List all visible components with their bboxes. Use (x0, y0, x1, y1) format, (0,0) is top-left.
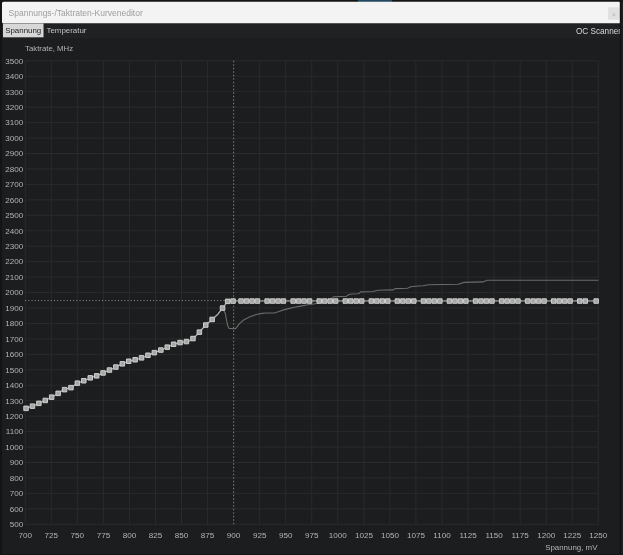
svg-text:975: 975 (305, 531, 319, 540)
svg-text:2000: 2000 (5, 288, 24, 297)
svg-text:1000: 1000 (5, 443, 24, 452)
svg-text:1250: 1250 (589, 531, 608, 540)
svg-text:1025: 1025 (355, 531, 374, 540)
svg-text:3100: 3100 (5, 118, 24, 127)
svg-text:500: 500 (10, 520, 24, 529)
svg-text:1800: 1800 (5, 319, 24, 328)
svg-text:3400: 3400 (5, 72, 24, 81)
svg-text:3000: 3000 (5, 134, 24, 143)
svg-text:×: × (611, 10, 616, 19)
svg-text:725: 725 (44, 531, 58, 540)
svg-text:1075: 1075 (407, 531, 426, 540)
svg-text:1500: 1500 (5, 366, 24, 375)
svg-text:2100: 2100 (5, 273, 24, 282)
svg-text:600: 600 (10, 505, 24, 514)
svg-text:1050: 1050 (381, 531, 400, 540)
svg-text:775: 775 (97, 531, 111, 540)
svg-text:925: 925 (253, 531, 267, 540)
svg-text:Spannung, mV: Spannung, mV (545, 543, 598, 552)
svg-text:OC Scanner: OC Scanner (576, 27, 621, 36)
svg-text:2600: 2600 (5, 196, 24, 205)
svg-text:800: 800 (10, 474, 24, 483)
svg-text:750: 750 (71, 531, 85, 540)
svg-text:1225: 1225 (563, 531, 582, 540)
svg-text:1150: 1150 (485, 531, 503, 540)
svg-text:1000: 1000 (329, 531, 348, 540)
svg-text:2500: 2500 (5, 211, 24, 220)
svg-text:1400: 1400 (5, 381, 24, 390)
svg-text:1700: 1700 (5, 335, 24, 344)
svg-text:900: 900 (227, 531, 241, 540)
svg-text:2200: 2200 (5, 257, 24, 266)
svg-text:1900: 1900 (5, 304, 24, 313)
svg-text:1200: 1200 (537, 531, 556, 540)
svg-text:825: 825 (149, 531, 163, 540)
svg-text:700: 700 (18, 531, 32, 540)
svg-text:2800: 2800 (5, 165, 24, 174)
svg-text:1100: 1100 (433, 531, 451, 540)
svg-text:Temperatur: Temperatur (47, 26, 87, 35)
svg-text:850: 850 (175, 531, 189, 540)
svg-text:3500: 3500 (5, 57, 24, 66)
svg-text:875: 875 (201, 531, 215, 540)
svg-text:1600: 1600 (5, 350, 24, 359)
svg-text:2700: 2700 (5, 180, 24, 189)
svg-text:700: 700 (10, 489, 24, 498)
svg-text:2400: 2400 (5, 227, 24, 236)
svg-text:1125: 1125 (459, 531, 477, 540)
svg-text:3200: 3200 (5, 103, 24, 112)
svg-text:900: 900 (10, 458, 24, 467)
svg-text:950: 950 (279, 531, 293, 540)
svg-text:1300: 1300 (5, 397, 24, 406)
svg-text:3300: 3300 (5, 88, 24, 97)
svg-text:800: 800 (123, 531, 137, 540)
svg-text:Spannung: Spannung (5, 26, 41, 35)
svg-text:1175: 1175 (511, 531, 529, 540)
svg-text:Spannungs-/Taktraten-Kurvenedi: Spannungs-/Taktraten-Kurveneditor (9, 8, 143, 18)
svg-text:2300: 2300 (5, 242, 24, 251)
svg-text:Taktrate, MHz: Taktrate, MHz (25, 44, 73, 53)
svg-text:1100: 1100 (6, 427, 24, 436)
svg-text:1200: 1200 (5, 412, 24, 421)
svg-text:2900: 2900 (5, 149, 24, 158)
